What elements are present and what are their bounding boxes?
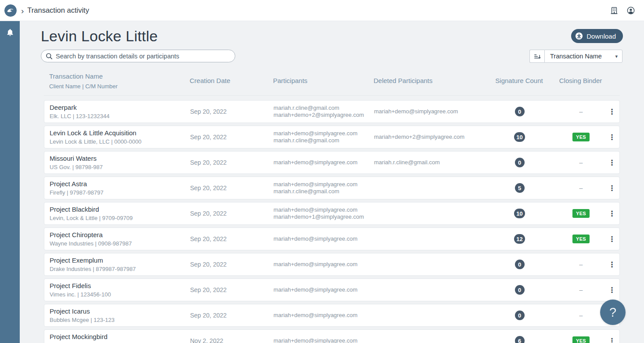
participant-email: mariah+demo@simplyagree.com bbox=[273, 181, 374, 188]
app-logo-icon[interactable] bbox=[4, 4, 17, 17]
creation-date: Sep 20, 2022 bbox=[190, 108, 273, 115]
table-row[interactable]: Project Exemplum Drake Industries | 8799… bbox=[44, 253, 620, 276]
table-row[interactable]: Levin Lock & Little Acquisition Levin Lo… bbox=[44, 126, 620, 148]
deleted-participant-email: mariah+demo@simplyagree.com bbox=[374, 108, 481, 115]
transaction-name-cell: Levin Lock & Little Acquisition Levin Lo… bbox=[50, 129, 190, 145]
participant-email: mariah+demo@simplyagree.com bbox=[273, 337, 374, 343]
closing-binder-none-dash: – bbox=[579, 261, 583, 268]
table-row[interactable]: Missouri Waters US Gov. | 98798-987 Sep … bbox=[44, 151, 620, 174]
table-row[interactable]: Project Chiroptera Wayne Industries | 09… bbox=[44, 227, 620, 250]
closing-binder-yes-badge: YES bbox=[572, 209, 590, 218]
signature-count-cell: 0 bbox=[481, 260, 558, 269]
row-menu-kebab-icon[interactable]: ⋮ bbox=[604, 132, 620, 143]
participant-email: mariah+demo@simplyagree.com bbox=[273, 261, 374, 268]
table-row[interactable]: Project Astra Firefly | 97987-98797 Sep … bbox=[44, 177, 620, 199]
row-menu-kebab-icon[interactable]: ⋮ bbox=[604, 208, 620, 219]
table-row[interactable]: Project Mockingbird 1234-12345 Nov 2, 20… bbox=[44, 329, 620, 343]
transaction-name-cell: Deerpark Elk. LLC | 123-1232344 bbox=[50, 104, 190, 120]
signature-count-badge: 6 bbox=[515, 336, 525, 343]
transaction-name: Project Blackbird bbox=[50, 206, 190, 213]
closing-binder-none-dash: – bbox=[579, 312, 583, 319]
creation-date: Sep 20, 2022 bbox=[190, 286, 273, 293]
participants-list: mariah+demo@simplyagree.commariah.r.clin… bbox=[273, 130, 374, 144]
signature-count-badge: 0 bbox=[515, 285, 525, 295]
participant-email: mariah.r.cline@gmail.com bbox=[273, 105, 374, 112]
transaction-name: Deerpark bbox=[50, 104, 190, 112]
row-menu-kebab-icon[interactable]: ⋮ bbox=[604, 285, 620, 296]
closing-binder-yes-badge: YES bbox=[572, 235, 590, 243]
search-input[interactable] bbox=[56, 53, 230, 60]
participant-email: mariah+demo+2@simplyagree.com bbox=[273, 112, 374, 119]
row-menu-kebab-icon[interactable]: ⋮ bbox=[604, 106, 620, 117]
transaction-name: Project Fidelis bbox=[50, 282, 190, 290]
client-and-cm-number: Vimes inc. | 123456-100 bbox=[50, 291, 190, 298]
closing-binder-none-dash: – bbox=[579, 184, 583, 191]
organization-icon[interactable] bbox=[610, 6, 619, 15]
table-row[interactable]: Deerpark Elk. LLC | 123-1232344 Sep 20, … bbox=[44, 100, 620, 123]
breadcrumb[interactable]: Transaction activity bbox=[27, 6, 89, 14]
signature-count-cell: 12 bbox=[481, 234, 558, 244]
participants-list: mariah+demo@simplyagree.com bbox=[273, 337, 374, 343]
main-content: Levin Locke Little Download bbox=[20, 21, 644, 343]
signature-count-cell: 10 bbox=[481, 132, 558, 142]
client-and-cm-number: Levin, Lock & Little | 9709-09709 bbox=[50, 215, 190, 222]
closing-binder-none-dash: – bbox=[579, 159, 583, 166]
row-menu-kebab-icon[interactable]: ⋮ bbox=[604, 157, 620, 168]
row-menu-kebab-icon[interactable]: ⋮ bbox=[604, 259, 620, 270]
transaction-name-cell: Project Mockingbird 1234-12345 bbox=[50, 333, 190, 343]
sort-field-select[interactable]: Transaction Name ▾ bbox=[544, 50, 622, 63]
search-and-sort-row: Transaction Name ▾ bbox=[41, 50, 623, 62]
signature-count-badge: 0 bbox=[515, 158, 525, 167]
col-header-closing-binder: Closing Binder bbox=[558, 72, 603, 85]
creation-date: Sep 20, 2022 bbox=[190, 210, 273, 217]
help-button[interactable]: ? bbox=[600, 300, 626, 325]
participant-email: mariah+demo@simplyagree.com bbox=[273, 206, 374, 213]
creation-date: Sep 20, 2022 bbox=[190, 134, 273, 141]
closing-binder-yes-badge: YES bbox=[572, 336, 590, 343]
client-and-cm-number: Wayne Industries | 0908-987987 bbox=[50, 240, 190, 247]
sort-selected-value: Transaction Name bbox=[550, 53, 602, 60]
transaction-name-cell: Project Icarus Bubbles Mcgee | 123-123 bbox=[50, 307, 190, 324]
signature-count-cell: 5 bbox=[481, 183, 558, 193]
closing-binder-yes-badge: YES bbox=[572, 133, 590, 141]
signature-count-cell: 0 bbox=[481, 285, 558, 295]
table-row[interactable]: Project Fidelis Vimes inc. | 123456-100 … bbox=[44, 278, 620, 301]
client-and-cm-number: US Gov. | 98798-987 bbox=[50, 164, 190, 171]
participants-list: mariah+demo@simplyagree.com bbox=[273, 286, 374, 293]
col-header-participants: Participants bbox=[273, 72, 374, 85]
participant-email: mariah.r.cline@gmail.com bbox=[273, 137, 374, 144]
col-header-signature-count: Signature Count bbox=[480, 72, 558, 85]
table-row[interactable]: Project Blackbird Levin, Lock & Little |… bbox=[44, 202, 620, 225]
col-header-transaction-name: Transaction Name Client Name | C/M Numbe… bbox=[49, 72, 190, 90]
participant-email: mariah+demo@simplyagree.com bbox=[273, 159, 374, 166]
closing-binder-cell: – bbox=[558, 184, 604, 191]
row-menu-kebab-icon[interactable]: ⋮ bbox=[604, 234, 620, 245]
signature-count-badge: 10 bbox=[514, 132, 525, 142]
signature-count-badge: 0 bbox=[515, 107, 525, 116]
signature-count-badge: 0 bbox=[515, 260, 525, 269]
sort-amount-icon bbox=[533, 53, 541, 60]
signature-count-badge: 12 bbox=[514, 234, 525, 244]
client-and-cm-number: Firefly | 97987-98797 bbox=[50, 189, 190, 196]
participant-email: mariah+demo+1@simplyagree.com bbox=[273, 213, 374, 220]
participants-list: mariah+demo@simplyagree.com bbox=[273, 235, 374, 242]
closing-binder-cell: – bbox=[558, 108, 604, 115]
table-row[interactable]: Project Icarus Bubbles Mcgee | 123-123 S… bbox=[44, 304, 620, 327]
account-icon[interactable] bbox=[626, 6, 635, 15]
top-bar: › Transaction activity bbox=[0, 0, 644, 21]
participant-email: mariah+demo@simplyagree.com bbox=[273, 130, 374, 137]
search-box bbox=[41, 50, 235, 62]
row-menu-kebab-icon[interactable]: ⋮ bbox=[604, 336, 620, 343]
creation-date: Sep 20, 2022 bbox=[190, 312, 273, 319]
sort-direction-button[interactable] bbox=[529, 50, 544, 63]
download-icon bbox=[575, 32, 583, 40]
row-menu-kebab-icon[interactable]: ⋮ bbox=[604, 183, 620, 194]
participants-list: mariah+demo@simplyagree.commariah.r.clin… bbox=[273, 181, 374, 195]
page-title: Levin Locke Little bbox=[41, 26, 623, 46]
participants-list: mariah.r.cline@gmail.commariah+demo+2@si… bbox=[273, 105, 374, 119]
participant-email: mariah+demo@simplyagree.com bbox=[273, 235, 374, 242]
participant-email: mariah.r.cline@gmail.com bbox=[273, 188, 374, 195]
notifications-bell-icon[interactable] bbox=[6, 28, 14, 37]
transaction-name-cell: Project Chiroptera Wayne Industries | 09… bbox=[50, 231, 190, 247]
download-button[interactable]: Download bbox=[571, 29, 623, 43]
